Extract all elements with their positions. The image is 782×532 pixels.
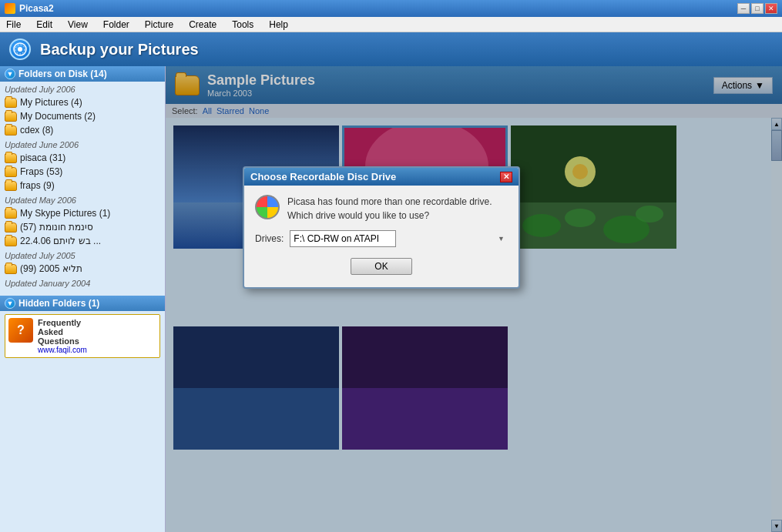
folder-name: תליא 2005 (99) (20, 263, 82, 274)
folder-name: pisaca (31) (20, 152, 65, 163)
maximize-button[interactable]: □ (751, 3, 764, 14)
menu-file[interactable]: File (3, 18, 24, 32)
sidebar-item-fraps53[interactable]: Fraps (53) (0, 165, 165, 179)
section-label-2004: Updated January 2004 (0, 276, 165, 289)
close-button[interactable]: ✕ (765, 3, 777, 14)
menu-edit[interactable]: Edit (33, 18, 55, 32)
sidebar-title: Folders on Disk (14) (18, 69, 107, 79)
folder-name: fraps (9) (20, 180, 55, 191)
sidebar-item-heb1[interactable]: סינמת חונומת (57) (0, 220, 165, 234)
folder-icon (5, 223, 17, 233)
choose-drive-dialog: Choose Recordable Disc Drive ✕ Picasa ha… (243, 166, 520, 289)
app-title: Picasa2 (19, 3, 54, 14)
main-layout: ▼ Folders on Disk (14) Updated July 2006… (0, 66, 782, 532)
folder-icon (5, 264, 17, 274)
backup-icon (9, 38, 31, 60)
app-header: Backup your Pictures (0, 32, 782, 66)
dialog-body: Picasa has found more than one recordabl… (244, 186, 519, 287)
dialog-overlay: Choose Recordable Disc Drive ✕ Picasa ha… (166, 66, 782, 532)
menu-help[interactable]: Help (266, 18, 291, 32)
menu-tools[interactable]: Tools (229, 18, 257, 32)
dialog-ok-row: OK (255, 253, 508, 278)
title-bar-left: Picasa2 (5, 3, 54, 14)
drives-select-wrapper: F:\ CD-RW on ATAPI (290, 230, 508, 247)
dialog-message: Picasa has found more than one recordabl… (287, 195, 492, 223)
drives-row: Drives: F:\ CD-RW on ATAPI (255, 230, 508, 247)
folder-icon (5, 181, 17, 191)
drives-label: Drives: (255, 233, 284, 244)
folder-name: My Documents (2) (20, 111, 96, 122)
dialog-title: Choose Recordable Disc Drive (250, 171, 396, 182)
dialog-close-button[interactable]: ✕ (500, 172, 512, 182)
sidebar-item-fraps9[interactable]: fraps (9) (0, 179, 165, 192)
minimize-button[interactable]: ─ (737, 3, 750, 14)
folder-name: Fraps (53) (20, 166, 62, 177)
section-label-july2006: Updated July 2006 (0, 82, 165, 95)
faq-title: FrequentlyAskedQuestions (38, 318, 87, 346)
menu-view[interactable]: View (65, 18, 91, 32)
hidden-folders-label: Hidden Folders (1) (18, 298, 99, 309)
menu-folder[interactable]: Folder (100, 18, 133, 32)
dialog-title-bar: Choose Recordable Disc Drive ✕ (244, 168, 519, 186)
folder-icon (5, 209, 17, 219)
folder-icon (5, 125, 17, 136)
page-title: Backup your Pictures (40, 41, 199, 59)
folder-icon (5, 167, 17, 177)
folder-name: בש לויתם 22.4.06 ... (20, 236, 101, 246)
folder-name: cdex (8) (20, 125, 53, 136)
content-wrapper: Sample Pictures March 2003 Actions ▼ Sel… (166, 66, 782, 532)
sidebar-item-mypictures[interactable]: My Pictures (4) (0, 95, 165, 109)
faq-url[interactable]: www.faqil.com (38, 346, 87, 354)
folder-name: My Pictures (4) (20, 97, 82, 108)
window-controls: ─ □ ✕ (737, 3, 777, 14)
menu-create[interactable]: Create (186, 18, 220, 32)
svg-point-1 (18, 47, 22, 52)
sidebar: ▼ Folders on Disk (14) Updated July 2006… (0, 66, 166, 532)
dialog-ok-button[interactable]: OK (351, 258, 411, 275)
sidebar-header: ▼ Folders on Disk (14) (0, 66, 165, 82)
sidebar-item-skype[interactable]: My Skype Pictures (1) (0, 206, 165, 220)
sidebar-item-heb2[interactable]: בש לויתם 22.4.06 ... (0, 234, 165, 248)
section-label-2005: Updated July 2005 (0, 248, 165, 262)
hidden-folders-bar[interactable]: ▼ Hidden Folders (1) (0, 296, 165, 311)
picasa-logo (255, 195, 280, 219)
folder-icon (5, 236, 17, 246)
folder-name: סינמת חונומת (57) (20, 222, 93, 233)
section-label-may2006: Updated May 2006 (0, 192, 165, 206)
folder-name: My Skype Pictures (1) (20, 208, 110, 219)
menu-picture[interactable]: Picture (142, 18, 176, 32)
folder-icon (5, 98, 17, 108)
sidebar-item-pisaca[interactable]: pisaca (31) (0, 151, 165, 165)
title-bar: Picasa2 ─ □ ✕ (0, 0, 782, 17)
sidebar-item-cdex[interactable]: cdex (8) (0, 123, 165, 137)
sidebar-item-mydocuments[interactable]: My Documents (2) (0, 109, 165, 123)
section-label-june2006: Updated June 2006 (0, 137, 165, 151)
drives-select[interactable]: F:\ CD-RW on ATAPI (290, 230, 396, 247)
folder-icon (5, 112, 17, 122)
sidebar-content: Updated July 2006 My Pictures (4) My Doc… (0, 82, 165, 376)
app-icon (5, 3, 15, 14)
dialog-message-row: Picasa has found more than one recordabl… (255, 195, 508, 223)
menu-bar: File Edit View Folder Picture Create Too… (0, 17, 782, 32)
sidebar-item-talia[interactable]: תליא 2005 (99) (0, 262, 165, 276)
folder-icon (5, 153, 17, 163)
